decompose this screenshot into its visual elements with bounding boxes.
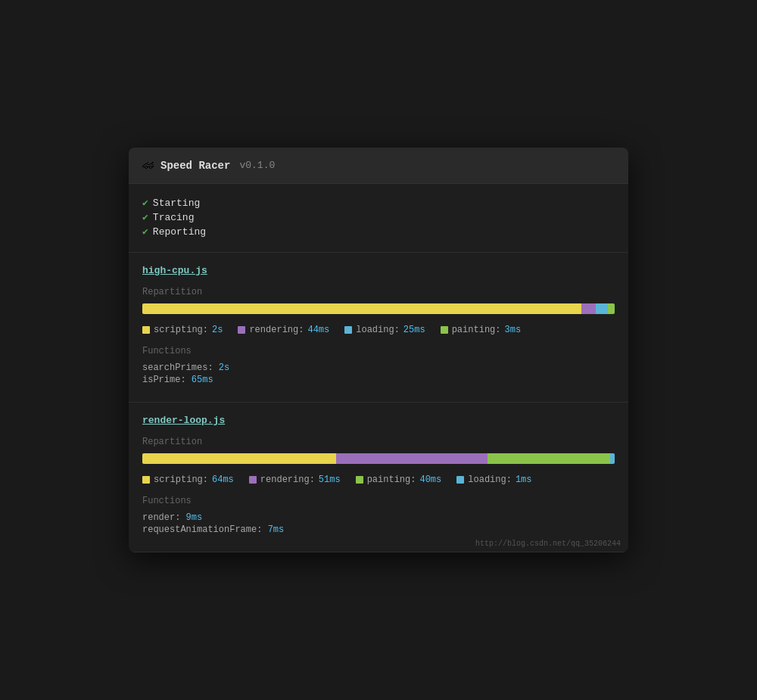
legend-label: scripting: (154, 325, 208, 335)
legend-0: scripting: 2srendering: 44msloading: 25m… (142, 325, 615, 335)
function-value: 7ms (268, 524, 285, 535)
legend-value: 1ms (516, 474, 532, 485)
legend-item-rendering:: rendering: 51ms (249, 474, 341, 485)
legend-dot (142, 476, 150, 484)
legend-value: 25ms (403, 325, 425, 335)
legend-dot (142, 326, 150, 334)
legend-item-loading:: loading: 25ms (344, 325, 425, 335)
function-value: 65ms (192, 375, 213, 385)
legend-dot (456, 476, 464, 484)
app-window: 🏎 Speed Racer v0.1.0 ✔ Starting ✔ Tracin… (129, 148, 628, 552)
bar-segment-rendering (581, 303, 596, 314)
check-icon-reporting: ✔ (142, 226, 148, 238)
function-value: 9ms (186, 512, 203, 523)
status-reporting-label: Reporting (153, 226, 206, 238)
function-name: isPrime: (142, 375, 192, 385)
legend-dot (344, 326, 352, 334)
bar-segment-rendering (336, 453, 488, 464)
check-icon-tracing: ✔ (142, 211, 148, 223)
status-section: ✔ Starting ✔ Tracing ✔ Reporting (129, 184, 628, 253)
functions-label-0: Functions (142, 346, 615, 356)
legend-item-scripting:: scripting: 64ms (142, 474, 234, 485)
legend-value: 51ms (319, 474, 341, 485)
file-name-0: high-cpu.js (142, 265, 615, 276)
legend-item-loading:: loading: 1ms (456, 474, 531, 485)
status-starting-label: Starting (153, 198, 200, 209)
file-section-0: high-cpu.jsRepartitionscripting: 2srende… (129, 253, 628, 403)
app-name: Speed Racer (160, 160, 230, 172)
bar-segment-painting (488, 453, 610, 464)
status-tracing: ✔ Tracing (142, 211, 615, 223)
status-starting: ✔ Starting (142, 197, 615, 209)
legend-item-painting:: painting: 3ms (441, 325, 521, 335)
file-name-1: render-loop.js (142, 415, 615, 426)
bar-segment-scripting (142, 303, 581, 314)
repartition-label-0: Repartition (142, 287, 615, 297)
function-name: searchPrimes: (142, 362, 219, 373)
status-reporting: ✔ Reporting (142, 226, 615, 238)
bar-segment-painting (608, 303, 615, 314)
legend-dot (249, 476, 257, 484)
legend-item-scripting:: scripting: 2s (142, 325, 223, 335)
function-value: 2s (219, 362, 229, 373)
check-icon-starting: ✔ (142, 197, 148, 209)
bar-1 (142, 453, 615, 464)
bar-segment-scripting (142, 453, 336, 464)
legend-value: 44ms (307, 325, 329, 335)
function-item: isPrime: 65ms (142, 375, 615, 385)
function-item: requestAnimationFrame: 7ms (142, 524, 615, 535)
status-tracing-label: Tracing (153, 212, 195, 223)
repartition-label-1: Repartition (142, 437, 615, 447)
legend-label: loading: (468, 474, 512, 485)
title-bar: 🏎 Speed Racer v0.1.0 (129, 148, 628, 184)
legend-label: scripting: (154, 474, 208, 485)
bar-0 (142, 303, 615, 314)
file-section-1: render-loop.jsRepartitionscripting: 64ms… (129, 403, 628, 552)
legend-item-painting:: painting: 40ms (356, 474, 442, 485)
legend-label: loading: (356, 325, 400, 335)
legend-value: 2s (212, 325, 223, 335)
function-name: render: (142, 512, 186, 523)
files-container: high-cpu.jsRepartitionscripting: 2srende… (129, 253, 628, 552)
legend-value: 40ms (419, 474, 441, 485)
legend-label: rendering: (249, 325, 304, 335)
bar-segment-loading (596, 303, 608, 314)
legend-1: scripting: 64msrendering: 51mspainting: … (142, 474, 615, 485)
legend-label: painting: (452, 325, 501, 335)
legend-dot (356, 476, 363, 484)
function-item: render: 9ms (142, 512, 615, 523)
app-icon: 🏎 (142, 158, 154, 173)
bar-segment-loading (610, 453, 615, 464)
app-version: v0.1.0 (239, 160, 275, 171)
legend-item-rendering:: rendering: 44ms (238, 325, 329, 335)
watermark: http://blog.csdn.net/qq_35206244 (475, 540, 621, 548)
legend-value: 64ms (212, 474, 234, 485)
legend-dot (441, 326, 448, 334)
functions-label-1: Functions (142, 496, 615, 506)
legend-dot (238, 326, 245, 334)
legend-value: 3ms (504, 325, 521, 335)
legend-label: painting: (367, 474, 416, 485)
function-name: requestAnimationFrame: (142, 524, 268, 535)
legend-label: rendering: (260, 474, 315, 485)
function-item: searchPrimes: 2s (142, 362, 615, 373)
